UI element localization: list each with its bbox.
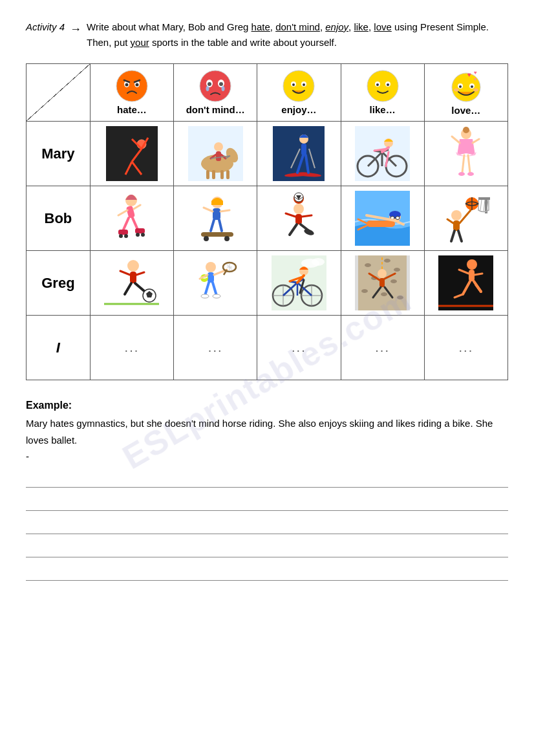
football-heading-icon — [272, 191, 326, 246]
svg-point-105 — [204, 236, 209, 241]
svg-rect-34 — [106, 126, 158, 181]
svg-point-96 — [141, 233, 145, 237]
header-enjoy: enjoy… — [257, 64, 341, 122]
svg-point-188 — [384, 259, 390, 263]
svg-point-17 — [292, 83, 295, 86]
svg-rect-111 — [295, 214, 302, 224]
svg-point-14 — [283, 70, 314, 102]
header-like: like… — [341, 64, 424, 122]
header-dont-mind: don't mind… — [174, 64, 257, 122]
cycling-greg-icon — [272, 255, 326, 310]
svg-rect-49 — [216, 151, 221, 161]
mary-sport-4 — [341, 122, 424, 186]
i-sport-3: ... — [257, 316, 341, 380]
instruction-text-1: Write about what Mary, Bob and Greg — [87, 21, 251, 32]
svg-point-192 — [361, 289, 368, 293]
writing-line-1[interactable] — [26, 467, 508, 488]
bob-sport-4 — [341, 186, 424, 251]
enjoy-emoji-icon — [283, 70, 315, 102]
basketball-icon — [438, 191, 493, 246]
name-bob: Bob — [27, 186, 91, 251]
svg-point-93 — [119, 234, 123, 238]
name-greg: Greg — [27, 251, 91, 316]
svg-point-82 — [458, 172, 465, 176]
sports-table: hate… — [26, 63, 508, 380]
svg-rect-137 — [453, 221, 460, 231]
table-row-bob: Bob — [27, 186, 508, 251]
svg-rect-99 — [213, 208, 220, 220]
svg-point-121 — [396, 217, 400, 220]
svg-line-113 — [302, 215, 312, 217]
writing-line-3[interactable] — [26, 513, 508, 534]
word-your: your — [131, 37, 149, 48]
greg-sport-4 — [341, 251, 424, 316]
skiing-icon — [273, 126, 325, 181]
verb-enjoy: enjoy — [325, 21, 348, 32]
bob-sport-5 — [424, 186, 507, 251]
i-sport-2: ... — [174, 316, 257, 380]
svg-point-23 — [387, 83, 389, 86]
writing-line-2[interactable] — [26, 490, 508, 511]
example-text: Mary hates gymnastics, but she doesn't m… — [26, 415, 508, 448]
dash-line: - — [26, 451, 508, 462]
sep1: , — [270, 21, 275, 32]
svg-point-194 — [397, 296, 403, 299]
svg-point-169 — [312, 258, 325, 266]
svg-rect-92 — [135, 228, 145, 233]
svg-point-22 — [376, 83, 379, 86]
gymnastics-icon — [106, 126, 158, 181]
svg-line-101 — [220, 210, 230, 211]
svg-point-195 — [378, 269, 387, 278]
svg-point-31 — [471, 85, 473, 88]
svg-point-11 — [219, 82, 223, 86]
cycling-mary-icon — [355, 126, 410, 181]
header-love-label: love… — [451, 105, 480, 116]
svg-rect-144 — [130, 272, 136, 283]
svg-text:♥: ♥ — [474, 70, 477, 76]
svg-point-166 — [213, 294, 220, 298]
header-enjoy-label: enjoy… — [281, 104, 316, 115]
bob-sport-2 — [174, 186, 257, 251]
mary-sport-5 — [424, 122, 507, 186]
svg-rect-47 — [226, 170, 230, 179]
svg-point-110 — [294, 204, 304, 214]
svg-point-7 — [200, 70, 231, 102]
header-like-label: like… — [370, 104, 396, 115]
svg-rect-46 — [220, 170, 224, 179]
svg-point-13 — [222, 86, 225, 91]
dont-mind-emoji-icon — [199, 70, 231, 102]
swimming-icon — [355, 191, 410, 246]
greg-sport-1 — [90, 251, 173, 316]
header-hate-label: hate… — [117, 104, 147, 115]
header-hate: hate… — [90, 64, 173, 122]
svg-point-3 — [125, 83, 128, 87]
table-row-i: I ... ... ... ... ... — [27, 316, 508, 380]
example-title: Example: — [26, 400, 508, 411]
table-row-greg: Greg — [27, 251, 508, 316]
svg-rect-123 — [367, 221, 395, 227]
svg-rect-91 — [118, 230, 128, 235]
mary-sport-1 — [90, 122, 173, 186]
svg-point-32 — [454, 89, 459, 92]
table-corner-cell — [27, 64, 91, 122]
activity-header: Activity 4 → Write about what Mary, Bob … — [26, 19, 508, 50]
verb-like: like — [354, 21, 368, 32]
svg-point-203 — [467, 259, 477, 270]
activity-instruction: Write about what Mary, Bob and Greg hate… — [87, 19, 508, 50]
bob-sport-1 — [90, 186, 173, 251]
i-sport-4: ... — [341, 316, 424, 380]
writing-line-5[interactable] — [26, 560, 508, 581]
activity-label: Activity 4 — [26, 19, 65, 35]
greg-sport-2 — [174, 251, 257, 316]
i-sport-1: ... — [90, 316, 173, 380]
ballet-icon — [442, 126, 490, 181]
verb-dont-mind: don't mind — [275, 21, 320, 32]
svg-rect-56 — [301, 144, 306, 155]
svg-point-18 — [303, 83, 305, 86]
name-i: I — [27, 316, 91, 380]
svg-point-12 — [206, 86, 209, 91]
writing-line-4[interactable] — [26, 537, 508, 557]
soccer-icon — [104, 255, 159, 310]
svg-rect-129 — [478, 197, 490, 200]
svg-point-77 — [463, 127, 469, 133]
